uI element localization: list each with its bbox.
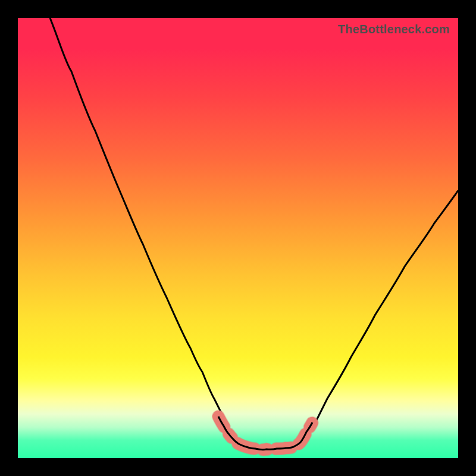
right-curve (283, 190, 458, 450)
left-curve (50, 18, 283, 450)
chart-frame: TheBottleneck.com (0, 0, 476, 476)
curve-canvas (18, 18, 458, 458)
plot-area: TheBottleneck.com (18, 18, 458, 458)
